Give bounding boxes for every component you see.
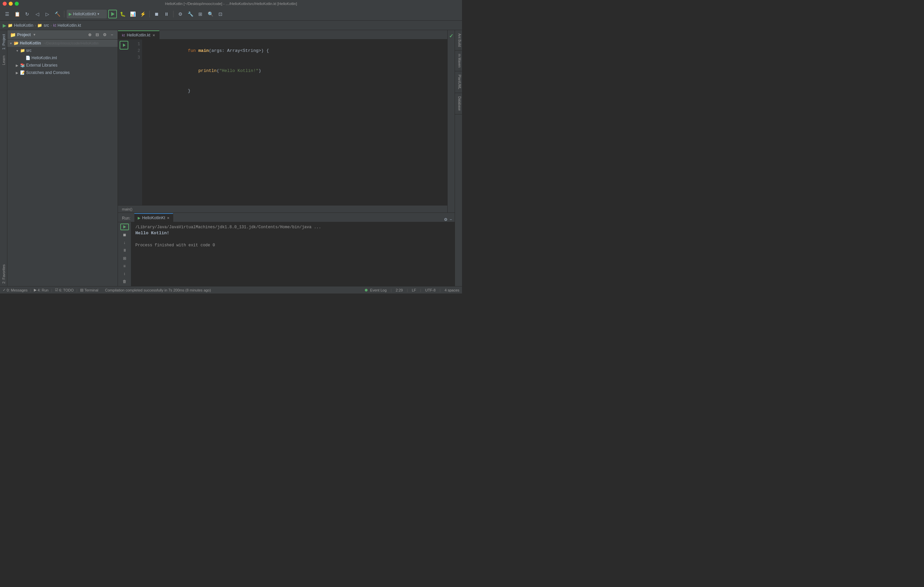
locate-btn[interactable]: ⊕ <box>87 32 93 38</box>
bottom-hide-icon[interactable]: − <box>450 217 452 222</box>
bottom-tab-close[interactable]: ✕ <box>167 216 170 220</box>
panel-header-icon: 📁 <box>10 32 16 38</box>
breadcrumb-project-icon: 📁 <box>8 23 13 28</box>
toolbar-forward-btn[interactable]: ▷ <box>43 10 51 18</box>
breadcrumb-src[interactable]: 📁 src <box>37 23 49 28</box>
code-content[interactable]: fun main(args: Array<String>) { println(… <box>142 39 447 205</box>
run-config-dropdown-icon: ▾ <box>97 12 99 16</box>
middle-row: 1: Project Learn 2: Favorites 📁 Project … <box>0 30 462 286</box>
sidebar-item-project[interactable]: 1: Project <box>1 31 7 52</box>
status-event-log[interactable]: Event Log <box>370 288 387 292</box>
toolbar-back-btn[interactable]: ◁ <box>33 10 41 18</box>
tree-arrow-src: ▾ <box>15 49 19 53</box>
toolbar-pause-btn[interactable]: ⏸ <box>162 10 171 18</box>
string-value: "Hello Kotlin!" <box>219 68 258 73</box>
tree-item-iml[interactable]: 📄 HelloKotlin.iml <box>7 54 117 62</box>
cursor-pos-label: 2:29 <box>396 288 403 292</box>
toolbar-structure-btn[interactable]: ⊞ <box>196 10 205 18</box>
tree-icon-root: 📂 <box>14 41 19 46</box>
code-line-2: println("Hello Kotlin!") <box>146 61 443 81</box>
project-panel-dropdown[interactable]: ▾ <box>33 33 35 36</box>
run-icon-btn[interactable] <box>120 41 128 49</box>
run-button[interactable] <box>108 10 117 18</box>
status-encoding[interactable]: UTF-8 <box>425 288 436 292</box>
breadcrumb-file[interactable]: kt HelloKotlin.kt <box>53 23 81 28</box>
tree-item-src[interactable]: ▾ 📁 src <box>7 47 117 54</box>
console-line-4: Process finished with exit code 0 <box>135 242 450 248</box>
collapse-btn[interactable]: ⊟ <box>94 32 100 38</box>
toolbar-settings-btn[interactable]: ⚙ <box>176 10 185 18</box>
close-panel-btn[interactable]: − <box>109 32 115 38</box>
console-clear-btn[interactable]: 🗑 <box>120 278 129 285</box>
close-button[interactable] <box>3 2 7 6</box>
tree-item-root[interactable]: ▾ 📂 HelloKotlin ~/Desktop/imooc/code/Hel… <box>7 39 117 47</box>
breadcrumb-sep-2: › <box>50 23 51 28</box>
bottom-tab-hellokotlinkt[interactable]: ▶ HelloKotlinKt ✕ <box>134 213 173 222</box>
bottom-tabs: Run: ▶ HelloKotlinKt ✕ ⚙ − <box>118 213 455 222</box>
code-brace-close: } <box>188 88 191 94</box>
status-terminal[interactable]: ▤ Terminal <box>80 288 99 292</box>
terminal-icon: ▤ <box>80 288 83 292</box>
console-scroll-btn[interactable]: ↕ <box>120 271 129 277</box>
tree-item-scratches[interactable]: ▶ 📝 Scratches and Consoles <box>7 69 117 76</box>
console-stop-btn[interactable]: ⏹ <box>120 232 129 238</box>
far-right-tab-antbuild[interactable]: Ant Build <box>455 30 462 51</box>
status-messages[interactable]: ✓ 0: Messages <box>3 288 28 292</box>
toolbar-other-btn[interactable]: ⊡ <box>216 10 225 18</box>
run-status-icon: ▶ <box>34 288 36 292</box>
toolbar-build-btn[interactable]: 🔨 <box>53 10 62 18</box>
tree-item-extlib[interactable]: ▶ 📚 External Libraries <box>7 62 117 69</box>
sidebar-item-learn[interactable]: Learn <box>1 53 7 67</box>
toolbar-menu-btn[interactable]: ☰ <box>3 10 12 18</box>
code-editor[interactable]: 1 2 3 fun main(args: Array<String>) { pr… <box>118 39 447 205</box>
project-panel-header: 📁 Project ▾ ⊕ ⊟ ⚙ − <box>7 30 117 39</box>
status-todo[interactable]: ☑ 6: TODO <box>55 288 74 292</box>
run-config-selector[interactable]: ▶ HelloKotlinKt ▾ <box>67 10 107 18</box>
tab-label: HelloKotlin.kt <box>127 33 150 38</box>
project-panel: 📁 Project ▾ ⊕ ⊟ ⚙ − ▾ 📂 HelloKotlin ~/De… <box>7 30 118 286</box>
minimize-button[interactable] <box>9 2 13 6</box>
console-filter-btn[interactable]: ≡ <box>120 263 129 269</box>
status-sep-2: | <box>51 288 52 292</box>
tree-label-iml: HelloKotlin.iml <box>31 56 57 60</box>
toolbar-coverage-btn[interactable]: 📊 <box>128 10 137 18</box>
tree-arrow-root: ▾ <box>9 41 13 45</box>
far-right-tab-database[interactable]: Database <box>455 93 462 115</box>
run-config-icon: ▶ <box>69 12 72 16</box>
line-num-1: 1 <box>130 41 140 48</box>
bottom-settings-icon[interactable]: ⚙ <box>444 217 447 222</box>
editor-tabs: kt HelloKotlin.kt ✕ <box>118 30 447 39</box>
breadcrumb-bar: ▶ 📁 HelloKotlin › 📁 src › kt HelloKotlin… <box>0 21 462 30</box>
console-line-1: /Library/Java/JavaVirtualMachines/jdk1.8… <box>135 224 450 230</box>
status-lf[interactable]: LF <box>412 288 416 292</box>
toolbar-sep-3 <box>173 11 173 17</box>
far-right-tab-plantuml[interactable]: PlantUML <box>455 71 462 93</box>
todo-icon: ☑ <box>55 288 58 292</box>
status-bar: ✓ 0: Messages | ▶ 4: Run | ☑ 6: TODO | ▤… <box>0 286 462 294</box>
toolbar-search-btn[interactable]: 🔍 <box>206 10 215 18</box>
editor-tab-hellokotlin[interactable]: kt HelloKotlin.kt ✕ <box>118 30 160 39</box>
console-play-icon <box>123 225 126 229</box>
sidebar-item-favorites[interactable]: 2: Favorites <box>1 262 7 286</box>
toolbar-refresh-btn[interactable]: ↻ <box>23 10 31 18</box>
toolbar-debug-btn[interactable]: 🐛 <box>118 10 127 18</box>
console-run-btn[interactable] <box>120 224 129 230</box>
far-right-tab-maven[interactable]: m Maven <box>455 51 462 71</box>
toolbar-stop-btn[interactable]: ⏹ <box>152 10 161 18</box>
console-restart-btn[interactable]: ↓ <box>120 240 129 246</box>
tab-close-btn[interactable]: ✕ <box>152 33 155 37</box>
compilation-status: Compilation completed successfully in 7s… <box>105 288 211 292</box>
toolbar-new-btn[interactable]: 📋 <box>13 10 21 18</box>
status-run[interactable]: ▶ 4: Run <box>34 288 48 292</box>
breadcrumb-project[interactable]: 📁 HelloKotlin <box>8 23 33 28</box>
status-cursor-pos[interactable]: 2:29 <box>396 288 403 292</box>
toolbar-profile-btn[interactable]: ⚡ <box>139 10 147 18</box>
toolbar-analyze-btn[interactable]: 🔧 <box>186 10 195 18</box>
console-wrap-btn[interactable]: ⊞ <box>120 255 129 261</box>
maximize-button[interactable] <box>15 2 19 6</box>
settings-panel-btn[interactable]: ⚙ <box>102 32 107 38</box>
console-line-2: Hello Kotlin! <box>135 230 450 236</box>
run-status-label: 4: Run <box>38 288 48 292</box>
status-indent[interactable]: 4 spaces <box>445 288 459 292</box>
console-pause-btn[interactable]: ⏸ <box>120 247 129 254</box>
